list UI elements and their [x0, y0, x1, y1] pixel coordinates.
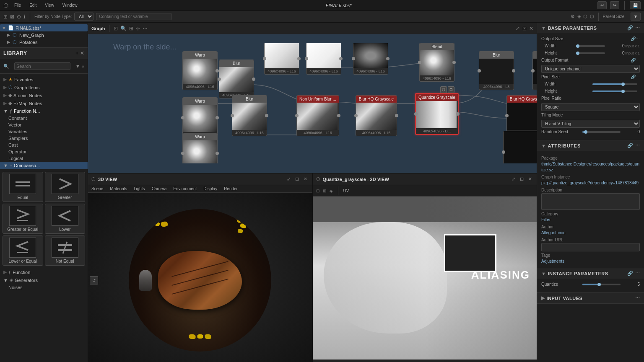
lib-category-function[interactable]: ▼ ƒ Function N...: [0, 107, 88, 115]
graph-node-crack[interactable]: 4096x4096 - L16: [353, 43, 388, 75]
more-icon[interactable]: »: [82, 64, 84, 69]
graph-float-icon[interactable]: ⊡: [522, 26, 527, 31]
gnode-conn-white2-r[interactable]: [339, 57, 343, 60]
app-menu-file[interactable]: File: [12, 2, 23, 8]
graph-node-blur-hq1[interactable]: Blur HQ Grayscale 4096x4096 - L16: [356, 95, 397, 136]
file-tree-item-root[interactable]: ▼ 📄 FINAL6.sbs*: [0, 24, 88, 31]
toolbar-icon-4[interactable]: ℹ: [23, 14, 26, 20]
section-attributes-header[interactable]: ▼ ATTRIBUTES 🔗 ⋯: [537, 140, 644, 151]
node-card-equal[interactable]: Equal: [3, 172, 43, 202]
gnode-conn-blur-ml-r[interactable]: [252, 78, 255, 81]
menu-materials[interactable]: Materials: [110, 186, 127, 191]
graph-icon-fit[interactable]: ⊡: [114, 26, 118, 31]
lib-item-noises[interactable]: Noises: [0, 284, 88, 291]
gnode-conn-warp-c-r[interactable]: [216, 116, 219, 119]
node-card-lower[interactable]: Lower: [45, 204, 86, 234]
lib-item-logical[interactable]: Logical: [0, 155, 88, 162]
graph-icon-zoom[interactable]: 🔍: [120, 26, 127, 31]
graph-close-icon[interactable]: ✕: [529, 26, 533, 31]
gnode-conn-white2-l[interactable]: [305, 57, 308, 60]
gnode-conn-blur-hq1-l[interactable]: [354, 114, 358, 117]
author-url-field[interactable]: [541, 243, 640, 251]
file-tree-item-potatoes[interactable]: ▶ ⬡ Potatoes: [0, 39, 88, 46]
lib-category-atomic[interactable]: ▶ ◆ Atomic Nodes: [0, 91, 88, 99]
menu-display[interactable]: Display: [203, 186, 217, 191]
app-menu-view[interactable]: View: [42, 2, 57, 8]
px-width-slider[interactable]: [592, 83, 638, 85]
menu-scene[interactable]: Scene: [91, 186, 103, 191]
filter-search-input[interactable]: [96, 13, 171, 20]
gnode-conn-blend-r[interactable]: [452, 61, 456, 64]
menu-lights[interactable]: Lights: [134, 186, 145, 191]
gnode-conn-crack-r[interactable]: [386, 57, 390, 60]
graph-icon-grid[interactable]: ⊞: [129, 26, 133, 31]
gnode-conn-white1-l[interactable]: [263, 57, 266, 60]
toolbar-icon-set-4[interactable]: ⬡: [590, 14, 594, 19]
graph-node-blur-hq2[interactable]: Blur HQ Grayscale 4096x4096 - L8: [506, 95, 537, 136]
gnode-conn-blur-ml-l[interactable]: [218, 78, 221, 81]
output-format-more-icon[interactable]: ⋯: [636, 58, 640, 62]
lib-category-generators[interactable]: ▼ ◈ Generators: [0, 276, 88, 284]
output-size-link-icon[interactable]: 🔗: [631, 36, 636, 41]
toolbar-icon-set-3[interactable]: ⬡: [583, 14, 587, 19]
toolbar-btn-save[interactable]: 💾: [630, 1, 641, 9]
lib-item-cast[interactable]: Cast: [0, 142, 88, 148]
lib-category-favorites[interactable]: ▶ ★ Favorites: [0, 75, 88, 83]
tiling-mode-dropdown[interactable]: H and V Tiling: [541, 120, 640, 128]
graph-node-warp-tl[interactable]: Warp 4096x4096 - L16: [182, 51, 218, 90]
section-instance-params-header[interactable]: ▼ INSTANCE PARAMETERS 🔗 ⋯: [537, 268, 644, 279]
app-menu-edit[interactable]: Edit: [27, 2, 39, 8]
gnode-conn-blend-l[interactable]: [418, 61, 421, 64]
node-card-greater-equal[interactable]: Greater or Equal: [3, 204, 43, 234]
toolbar-btn-undo[interactable]: ↩: [597, 1, 607, 9]
px-height-slider[interactable]: [592, 90, 638, 92]
gnode-conn-large-br-l[interactable]: [502, 150, 505, 154]
width-slider[interactable]: [576, 45, 605, 47]
view-2d-close-icon[interactable]: ✕: [527, 176, 533, 183]
graph-icon-route[interactable]: ⊹: [136, 26, 140, 31]
graph-node-blur-ml[interactable]: Blur 4096x4096 - L16: [219, 59, 254, 98]
output-format-link-icon[interactable]: 🔗: [631, 58, 636, 62]
library-add-icon[interactable]: +: [75, 50, 78, 56]
graph-node-warp-b[interactable]: Warp 4096x4096 - L16: [182, 133, 218, 163]
lib-item-operator[interactable]: Operator: [0, 148, 88, 155]
gnode-conn-warp-b-l[interactable]: [181, 152, 184, 155]
filter-type-dropdown[interactable]: All: [74, 13, 93, 21]
node-card-not-equal[interactable]: Not Equal: [45, 235, 86, 266]
app-menu-window[interactable]: Window: [60, 2, 80, 8]
view-3d-close-icon[interactable]: ✕: [302, 176, 309, 183]
inst-link-icon[interactable]: 🔗: [627, 271, 634, 276]
lib-item-variables[interactable]: Variables: [0, 128, 88, 135]
gnode-conn-warp-tl-r[interactable]: [216, 69, 219, 72]
toolbar-icon-1[interactable]: ⊞: [3, 14, 8, 20]
graph-node-blur-m[interactable]: Blur 4096x4096 - L16: [232, 95, 267, 136]
lib-category-comparison[interactable]: ▼ ≈ Compariso...: [0, 162, 88, 169]
graph-node-quantize[interactable]: Quantize Grayscale 4096x4096 - D... ⬡ ⊡: [415, 93, 459, 135]
library-close-icon[interactable]: ✕: [80, 50, 84, 56]
lib-item-samplers[interactable]: Samplers: [0, 135, 88, 142]
lib-category-graph[interactable]: ▶ ⬡ Graph Items: [0, 83, 88, 91]
graph-node-warp-tr[interactable]: Warp 4096x4096 - L8: [532, 51, 537, 90]
pixel-ratio-dropdown[interactable]: Square: [541, 103, 640, 111]
gnode-conn-crack-l[interactable]: [352, 57, 355, 60]
node-card-greater[interactable]: Greater: [45, 172, 86, 202]
attrs-link-icon[interactable]: 🔗: [627, 143, 634, 148]
gnode-conn-blur-tr1-l[interactable]: [478, 69, 481, 72]
graph-node-white2[interactable]: 4096x4096 - L16: [306, 43, 341, 75]
gnode-conn-blur-tr1-r[interactable]: [512, 69, 515, 72]
view-2d-float-icon[interactable]: ⊡: [518, 176, 525, 183]
toolbar-icon-3[interactable]: ⊙: [17, 14, 21, 20]
input-more-icon[interactable]: ⋯: [635, 295, 640, 301]
lib-item-vector[interactable]: Vector: [0, 122, 88, 128]
menu-environment[interactable]: Environment: [173, 186, 197, 191]
node-card-lower-equal[interactable]: Lower or Equal: [3, 235, 43, 266]
graph-node-warp-c[interactable]: Warp 4096x4096 - L16: [182, 97, 218, 138]
output-size-more-icon[interactable]: ⋯: [636, 36, 640, 41]
toolbar-icon-set-2[interactable]: ◈: [577, 14, 581, 19]
view-3d-float-icon[interactable]: ⊡: [294, 176, 301, 183]
view-2d-icon-fit[interactable]: ⊡: [316, 189, 319, 193]
graph-node-blend[interactable]: Blend 4096x4096 - L16: [419, 43, 454, 82]
height-slider[interactable]: [576, 52, 605, 54]
library-search-input[interactable]: [14, 62, 70, 70]
graph-node-blur-tr1[interactable]: Blur 4096x4096 - L8: [479, 51, 514, 90]
